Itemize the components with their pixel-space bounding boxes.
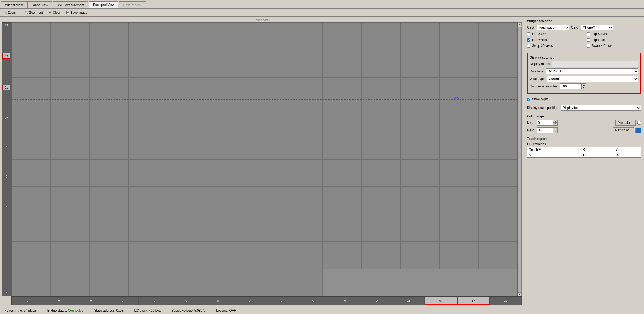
show-signal-row: Show signal bbox=[527, 97, 641, 101]
num-samples-down-btn[interactable]: ▼ bbox=[582, 86, 586, 89]
zoom-out-button[interactable]: 🔍 Zoom out bbox=[24, 10, 44, 15]
grid-cell bbox=[206, 214, 245, 241]
grid-cell bbox=[89, 242, 128, 269]
grid-cell bbox=[128, 214, 167, 241]
swap-xy-right-label: Swap XY-axes bbox=[592, 44, 613, 48]
grid-cell bbox=[245, 214, 284, 241]
display-mode-row: Display mode: Touch reporting bbox=[530, 61, 638, 67]
grid-cell bbox=[245, 242, 284, 269]
scroll-down-btn[interactable]: ▼ bbox=[518, 292, 522, 296]
show-signal-checkbox[interactable] bbox=[527, 98, 530, 101]
scroll-thumb[interactable] bbox=[518, 27, 522, 292]
col-x: X bbox=[581, 147, 613, 152]
tab-bar: Widget View Graph View SNR Measurement T… bbox=[0, 0, 644, 9]
grid-cell bbox=[439, 242, 478, 269]
x-label-9: 0 bbox=[297, 297, 329, 305]
grid-cell bbox=[50, 50, 89, 77]
color-range-label: Color range: bbox=[527, 114, 641, 118]
scrollbar-right[interactable]: ▲ ▼ bbox=[518, 22, 522, 296]
grid-cell bbox=[50, 214, 89, 241]
grid-cell bbox=[206, 105, 245, 132]
save-image-button[interactable]: 💾 Save image bbox=[65, 10, 88, 15]
clear-button[interactable]: ✏ Clear bbox=[47, 10, 62, 15]
min-up-btn[interactable]: ▲ bbox=[553, 120, 557, 123]
max-down-btn[interactable]: ▼ bbox=[553, 130, 557, 133]
grid-cell bbox=[167, 132, 206, 159]
grid-cell bbox=[12, 23, 50, 50]
flip-y-right-checkbox[interactable] bbox=[587, 38, 590, 42]
grid-cell bbox=[12, 269, 50, 296]
data-type-select[interactable]: DiffCount bbox=[546, 68, 638, 74]
swap-xy-left-label: Swap XY-axes bbox=[532, 44, 553, 48]
grid-cell bbox=[128, 269, 167, 296]
max-up-btn[interactable]: ▲ bbox=[553, 128, 557, 130]
grid-cell bbox=[89, 187, 128, 214]
grid-cell bbox=[128, 105, 167, 132]
flip-y-left-checkbox[interactable] bbox=[527, 38, 530, 42]
csd-select[interactable]: Touchpad0 bbox=[537, 25, 569, 30]
max-spinbox: ▲ ▼ bbox=[537, 127, 611, 133]
max-color-swatch[interactable] bbox=[635, 128, 641, 133]
grid-area[interactable] bbox=[11, 22, 518, 296]
swap-xy-right-checkbox[interactable] bbox=[587, 44, 590, 48]
num-samples-up-btn[interactable]: ▲ bbox=[582, 84, 586, 86]
x-label-2: 0 bbox=[75, 297, 107, 305]
grid-cell bbox=[362, 132, 401, 159]
scroll-up-btn[interactable]: ▲ bbox=[518, 23, 522, 26]
grid-cell bbox=[245, 159, 284, 187]
grid-cell bbox=[362, 187, 401, 214]
x-label-8: 0 bbox=[266, 297, 298, 305]
flip-x-left-checkbox[interactable] bbox=[527, 32, 530, 36]
grid-cell bbox=[128, 77, 167, 105]
grid-cell bbox=[284, 187, 323, 214]
min-down-btn[interactable]: ▼ bbox=[553, 123, 557, 125]
grid-wrapper: 19 49 51 22 0 0 0 0 0 0 bbox=[2, 22, 522, 296]
zoom-in-button[interactable]: 🔍 Zoom in bbox=[2, 10, 20, 15]
tab-graph-view[interactable]: Graph View bbox=[27, 1, 52, 8]
num-samples-label: Number of samples: bbox=[530, 85, 558, 88]
grid-cell bbox=[50, 159, 89, 187]
grid-cell bbox=[245, 23, 284, 50]
value-type-select[interactable]: Current bbox=[547, 76, 638, 82]
grid-cell bbox=[167, 214, 206, 241]
flip-x-right-checkbox[interactable] bbox=[587, 32, 590, 36]
grid-cell bbox=[362, 105, 401, 132]
flip-y-left-row: Flip Y-axis bbox=[527, 38, 581, 42]
y-label-8: 0 bbox=[2, 263, 10, 266]
data-type-label: Data type: bbox=[530, 70, 544, 73]
max-input[interactable] bbox=[537, 127, 553, 133]
grid-cell bbox=[323, 105, 361, 132]
grid-cell bbox=[89, 132, 128, 159]
grid-cell bbox=[245, 187, 284, 214]
grid-cell bbox=[89, 214, 128, 241]
tab-snr-measurement[interactable]: SNR Measurement bbox=[53, 1, 88, 8]
refresh-rate-label: Refresh rate: 54 pkts/s bbox=[4, 309, 37, 312]
csx-select[interactable]: **None** bbox=[581, 25, 613, 30]
num-samples-spinbox: ▲ ▼ bbox=[560, 83, 638, 89]
bridge-status-item: Bridge status: Connected bbox=[47, 309, 84, 312]
y-cell: 20 bbox=[613, 152, 641, 158]
y-label-1: 49 bbox=[2, 53, 10, 59]
tab-touchpad-view[interactable]: Touchpad View bbox=[89, 1, 118, 8]
max-color-button[interactable]: Max color... bbox=[613, 127, 634, 133]
tab-gesture-view[interactable]: Gesture View bbox=[119, 1, 146, 8]
grid-cell bbox=[323, 132, 361, 159]
canvas-area: Touchpad0 19 49 51 22 0 0 0 0 0 0 bbox=[0, 17, 524, 307]
grid-cell bbox=[439, 23, 478, 50]
tab-widget-view[interactable]: Widget View bbox=[1, 1, 27, 8]
display-touch-pos-select[interactable]: Display both bbox=[561, 105, 641, 111]
flip-y-left-label: Flip Y-axis bbox=[532, 38, 547, 42]
touch-table: Touch # X Y 0 147 20 bbox=[527, 147, 641, 158]
min-input[interactable] bbox=[537, 120, 553, 126]
x-label-15: 22 bbox=[490, 297, 522, 305]
x-label-4: 0 bbox=[139, 297, 171, 305]
grid-cell bbox=[12, 159, 50, 187]
color-range-section: Color range: Min: ▲ ▼ Min color... Max: bbox=[527, 114, 641, 135]
swap-xy-left-checkbox[interactable] bbox=[527, 44, 530, 48]
grid-cell bbox=[479, 242, 517, 269]
grid-cell bbox=[167, 242, 206, 269]
min-color-checkbox[interactable] bbox=[637, 121, 641, 125]
min-color-button[interactable]: Min color... bbox=[615, 120, 636, 126]
num-samples-input[interactable] bbox=[560, 83, 581, 89]
grid-cell bbox=[323, 159, 361, 187]
